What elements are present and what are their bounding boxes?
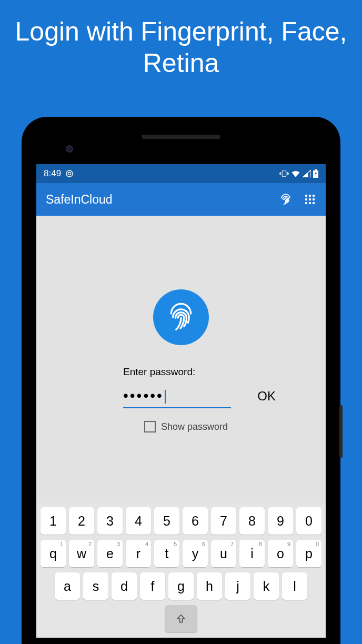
wifi-icon	[291, 170, 300, 177]
key-h[interactable]: h	[197, 572, 222, 600]
phone-screen: 8:49	[36, 164, 326, 638]
phone-speaker	[142, 135, 220, 139]
password-label: Enter password:	[123, 366, 276, 378]
password-field[interactable]: ••••••	[123, 387, 231, 408]
svg-point-12	[309, 202, 311, 204]
key-u[interactable]: u7	[211, 540, 236, 567]
key-r[interactable]: r4	[126, 540, 151, 567]
key-9[interactable]: 9	[268, 507, 293, 535]
ok-button[interactable]: OK	[257, 389, 276, 404]
key-1[interactable]: 1	[41, 507, 66, 535]
key-shift[interactable]	[165, 605, 197, 632]
fingerprint-button[interactable]	[153, 289, 209, 345]
key-i[interactable]: i8	[239, 540, 265, 567]
key-4[interactable]: 4	[126, 507, 151, 535]
phone-side-button	[339, 405, 343, 458]
key-o[interactable]: o9	[268, 540, 293, 567]
key-l[interactable]: l	[282, 572, 307, 600]
battery-icon	[313, 169, 318, 178]
key-3[interactable]: 3	[97, 507, 123, 535]
signal-icon	[303, 170, 311, 177]
key-5[interactable]: 5	[154, 507, 179, 535]
hero-title: Login with Fingerprint, Face, Retina	[0, 0, 362, 89]
key-f[interactable]: f	[140, 572, 165, 600]
key-2[interactable]: 2	[69, 507, 94, 535]
show-password-label: Show password	[161, 421, 228, 432]
phone-camera	[66, 145, 73, 153]
svg-point-13	[313, 202, 315, 204]
svg-point-8	[305, 198, 307, 200]
key-8[interactable]: 8	[239, 507, 265, 535]
key-s[interactable]: s	[83, 572, 108, 600]
svg-point-7	[313, 195, 315, 197]
vibrate-icon	[279, 170, 289, 177]
status-time: 8:49	[44, 168, 61, 179]
key-j[interactable]: j	[225, 572, 250, 600]
svg-point-5	[305, 195, 307, 197]
app-bar: SafeInCloud	[36, 183, 326, 216]
key-0[interactable]: 0	[296, 507, 321, 535]
svg-rect-2	[282, 171, 286, 177]
key-w[interactable]: w2	[69, 540, 94, 567]
fingerprint-toolbar-icon[interactable]	[279, 193, 292, 206]
key-d[interactable]: d	[112, 572, 137, 600]
key-a[interactable]: a	[55, 572, 80, 600]
key-q[interactable]: q1	[41, 540, 66, 567]
key-y[interactable]: y6	[183, 540, 208, 567]
app-status-icon	[65, 169, 74, 178]
show-password-checkbox[interactable]	[144, 421, 156, 432]
key-6[interactable]: 6	[183, 507, 208, 535]
key-7[interactable]: 7	[211, 507, 236, 535]
phone-frame: 8:49	[22, 117, 340, 644]
key-e[interactable]: e3	[97, 540, 123, 567]
keypad-icon[interactable]	[304, 193, 316, 206]
status-bar: 8:49	[36, 164, 326, 183]
svg-point-1	[68, 172, 71, 175]
login-content: Enter password: •••••• OK Show password	[36, 216, 326, 503]
svg-point-0	[66, 170, 73, 177]
svg-point-6	[309, 195, 311, 197]
key-k[interactable]: k	[254, 572, 279, 600]
svg-point-10	[313, 198, 315, 200]
svg-point-11	[305, 202, 307, 204]
svg-point-9	[309, 198, 311, 200]
svg-rect-4	[315, 169, 317, 170]
app-title: SafeInCloud	[46, 193, 113, 207]
on-screen-keyboard: 1234567890 q1w2e3r4t5y6u7i8o9p0 asdfghjk…	[36, 503, 326, 638]
key-p[interactable]: p0	[296, 540, 321, 567]
key-g[interactable]: g	[168, 572, 194, 600]
key-t[interactable]: t5	[154, 540, 179, 567]
